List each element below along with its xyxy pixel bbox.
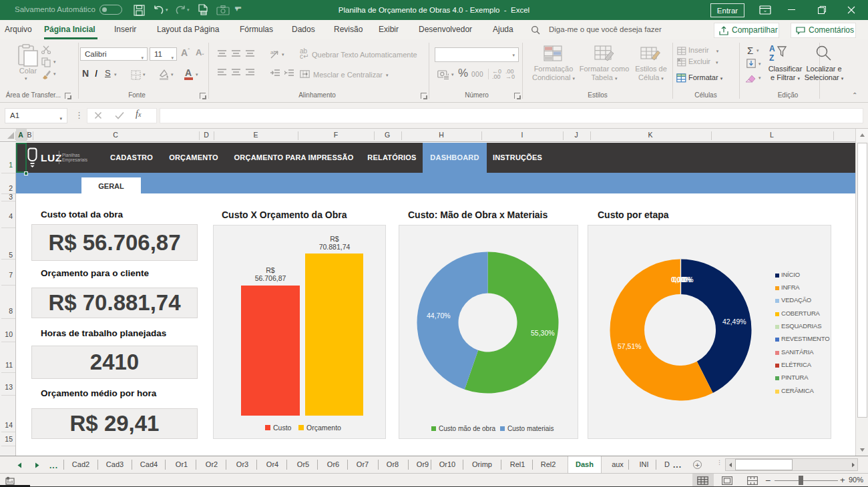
svg-text:A: A — [769, 44, 775, 53]
svg-text:ab: ab — [270, 49, 276, 55]
svg-text:Z: Z — [769, 53, 774, 63]
